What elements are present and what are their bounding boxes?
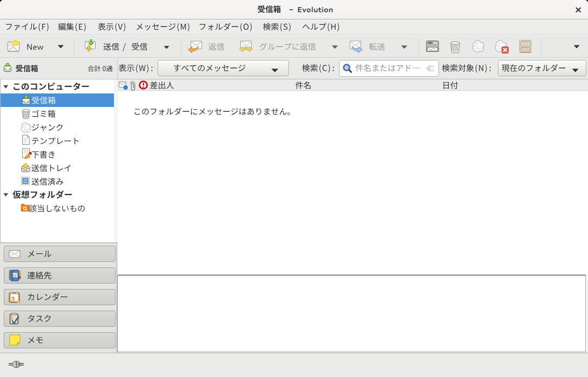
svg-text:@: @ (13, 272, 17, 278)
svg-text:3: 3 (11, 296, 14, 301)
